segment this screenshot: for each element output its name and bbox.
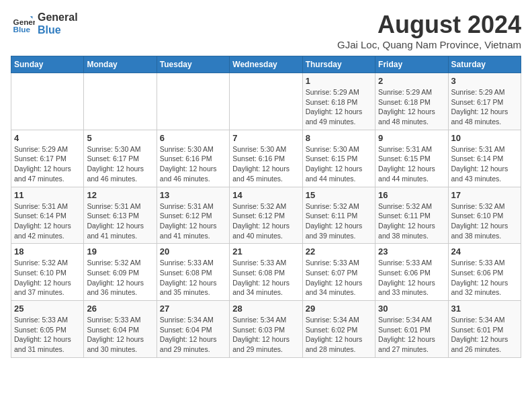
col-header-wednesday: Wednesday <box>230 56 302 73</box>
day-cell: 9Sunrise: 5:31 AMSunset: 6:15 PMDaylight… <box>375 130 448 187</box>
day-info: Sunrise: 5:32 AMSunset: 6:10 PMDaylight:… <box>451 201 518 241</box>
col-header-saturday: Saturday <box>448 56 521 73</box>
day-info: Sunrise: 5:29 AMSunset: 6:17 PMDaylight:… <box>451 87 518 127</box>
day-cell: 22Sunrise: 5:33 AMSunset: 6:07 PMDayligh… <box>302 244 375 301</box>
day-info: Sunrise: 5:33 AMSunset: 6:08 PMDaylight:… <box>232 258 299 298</box>
day-cell: 5Sunrise: 5:30 AMSunset: 6:17 PMDaylight… <box>84 130 157 187</box>
week-row-1: 1Sunrise: 5:29 AMSunset: 6:18 PMDaylight… <box>11 73 521 130</box>
day-number: 30 <box>378 304 445 314</box>
day-number: 3 <box>451 76 518 86</box>
day-info: Sunrise: 5:34 AMSunset: 6:04 PMDaylight:… <box>160 315 226 355</box>
day-number: 6 <box>160 133 226 143</box>
day-number: 2 <box>378 76 445 86</box>
day-cell <box>157 73 229 130</box>
day-cell: 4Sunrise: 5:29 AMSunset: 6:17 PMDaylight… <box>11 130 84 187</box>
calendar-table: SundayMondayTuesdayWednesdayThursdayFrid… <box>11 56 521 358</box>
day-number: 17 <box>451 190 518 200</box>
day-info: Sunrise: 5:31 AMSunset: 6:12 PMDaylight:… <box>160 201 226 241</box>
logo-blue: Blue <box>38 24 78 36</box>
day-number: 14 <box>232 190 299 200</box>
day-info: Sunrise: 5:32 AMSunset: 6:10 PMDaylight:… <box>14 258 81 298</box>
day-cell: 30Sunrise: 5:34 AMSunset: 6:01 PMDayligh… <box>375 301 448 358</box>
day-info: Sunrise: 5:31 AMSunset: 6:14 PMDaylight:… <box>14 201 81 241</box>
day-cell: 1Sunrise: 5:29 AMSunset: 6:18 PMDaylight… <box>302 73 375 130</box>
day-number: 12 <box>87 190 153 200</box>
day-number: 18 <box>14 246 81 257</box>
day-cell: 26Sunrise: 5:33 AMSunset: 6:04 PMDayligh… <box>84 301 157 358</box>
header: General Blue General Blue August 2024 GJ… <box>11 11 521 50</box>
day-info: Sunrise: 5:33 AMSunset: 6:07 PMDaylight:… <box>306 258 372 298</box>
logo: General Blue General Blue <box>11 11 78 36</box>
day-number: 27 <box>160 304 226 314</box>
day-info: Sunrise: 5:30 AMSunset: 6:17 PMDaylight:… <box>87 144 153 184</box>
day-number: 19 <box>87 246 153 257</box>
day-number: 28 <box>232 304 299 314</box>
day-number: 1 <box>306 76 372 86</box>
day-cell: 28Sunrise: 5:34 AMSunset: 6:03 PMDayligh… <box>230 301 302 358</box>
day-cell: 13Sunrise: 5:31 AMSunset: 6:12 PMDayligh… <box>157 187 229 244</box>
day-info: Sunrise: 5:29 AMSunset: 6:17 PMDaylight:… <box>14 144 81 184</box>
day-info: Sunrise: 5:32 AMSunset: 6:11 PMDaylight:… <box>306 201 372 241</box>
day-cell: 16Sunrise: 5:32 AMSunset: 6:11 PMDayligh… <box>375 187 448 244</box>
day-info: Sunrise: 5:34 AMSunset: 6:03 PMDaylight:… <box>232 315 299 355</box>
col-header-tuesday: Tuesday <box>157 56 229 73</box>
day-cell: 23Sunrise: 5:33 AMSunset: 6:06 PMDayligh… <box>375 244 448 301</box>
logo-general: General <box>38 11 78 24</box>
day-cell: 21Sunrise: 5:33 AMSunset: 6:08 PMDayligh… <box>230 244 302 301</box>
day-number: 31 <box>451 304 518 314</box>
col-header-thursday: Thursday <box>302 56 375 73</box>
day-number: 20 <box>160 246 226 257</box>
day-info: Sunrise: 5:32 AMSunset: 6:11 PMDaylight:… <box>378 201 445 241</box>
day-cell: 11Sunrise: 5:31 AMSunset: 6:14 PMDayligh… <box>11 187 84 244</box>
day-cell: 7Sunrise: 5:30 AMSunset: 6:16 PMDaylight… <box>230 130 302 187</box>
day-number: 10 <box>451 133 518 143</box>
day-cell: 17Sunrise: 5:32 AMSunset: 6:10 PMDayligh… <box>448 187 521 244</box>
day-info: Sunrise: 5:29 AMSunset: 6:18 PMDaylight:… <box>306 87 372 127</box>
day-cell: 24Sunrise: 5:33 AMSunset: 6:06 PMDayligh… <box>448 244 521 301</box>
day-number: 5 <box>87 133 153 143</box>
day-cell <box>230 73 302 130</box>
header-row: SundayMondayTuesdayWednesdayThursdayFrid… <box>11 56 521 73</box>
day-number: 15 <box>306 190 372 200</box>
day-number: 24 <box>451 246 518 257</box>
day-number: 26 <box>87 304 153 314</box>
day-cell: 3Sunrise: 5:29 AMSunset: 6:17 PMDaylight… <box>448 73 521 130</box>
day-number: 13 <box>160 190 226 200</box>
day-cell <box>84 73 157 130</box>
day-cell: 12Sunrise: 5:31 AMSunset: 6:13 PMDayligh… <box>84 187 157 244</box>
day-info: Sunrise: 5:33 AMSunset: 6:06 PMDaylight:… <box>378 258 445 298</box>
day-cell: 31Sunrise: 5:34 AMSunset: 6:01 PMDayligh… <box>448 301 521 358</box>
week-row-2: 4Sunrise: 5:29 AMSunset: 6:17 PMDaylight… <box>11 130 521 187</box>
day-cell: 10Sunrise: 5:31 AMSunset: 6:14 PMDayligh… <box>448 130 521 187</box>
day-info: Sunrise: 5:33 AMSunset: 6:08 PMDaylight:… <box>160 258 226 298</box>
col-header-friday: Friday <box>375 56 448 73</box>
day-cell: 14Sunrise: 5:32 AMSunset: 6:12 PMDayligh… <box>230 187 302 244</box>
svg-text:Blue: Blue <box>13 25 31 34</box>
day-info: Sunrise: 5:33 AMSunset: 6:04 PMDaylight:… <box>87 315 153 355</box>
col-header-sunday: Sunday <box>11 56 84 73</box>
day-number: 29 <box>306 304 372 314</box>
day-number: 21 <box>232 246 299 257</box>
day-info: Sunrise: 5:34 AMSunset: 6:01 PMDaylight:… <box>378 315 445 355</box>
col-header-monday: Monday <box>84 56 157 73</box>
day-number: 22 <box>306 246 372 257</box>
day-cell: 2Sunrise: 5:29 AMSunset: 6:18 PMDaylight… <box>375 73 448 130</box>
day-cell: 27Sunrise: 5:34 AMSunset: 6:04 PMDayligh… <box>157 301 229 358</box>
day-info: Sunrise: 5:34 AMSunset: 6:01 PMDaylight:… <box>451 315 518 355</box>
day-number: 7 <box>232 133 299 143</box>
day-info: Sunrise: 5:34 AMSunset: 6:02 PMDaylight:… <box>306 315 372 355</box>
day-number: 25 <box>14 304 81 314</box>
day-cell <box>11 73 84 130</box>
title-area: August 2024 GJai Loc, Quang Nam Province… <box>337 11 521 50</box>
day-cell: 25Sunrise: 5:33 AMSunset: 6:05 PMDayligh… <box>11 301 84 358</box>
day-cell: 19Sunrise: 5:32 AMSunset: 6:09 PMDayligh… <box>84 244 157 301</box>
day-number: 4 <box>14 133 81 143</box>
logo-icon: General Blue <box>11 11 35 36</box>
calendar-subtitle: GJai Loc, Quang Nam Province, Vietnam <box>337 39 521 50</box>
day-info: Sunrise: 5:30 AMSunset: 6:15 PMDaylight:… <box>306 144 372 184</box>
day-number: 9 <box>378 133 445 143</box>
day-info: Sunrise: 5:32 AMSunset: 6:12 PMDaylight:… <box>232 201 299 241</box>
day-cell: 8Sunrise: 5:30 AMSunset: 6:15 PMDaylight… <box>302 130 375 187</box>
day-number: 23 <box>378 246 445 257</box>
day-info: Sunrise: 5:33 AMSunset: 6:05 PMDaylight:… <box>14 315 81 355</box>
